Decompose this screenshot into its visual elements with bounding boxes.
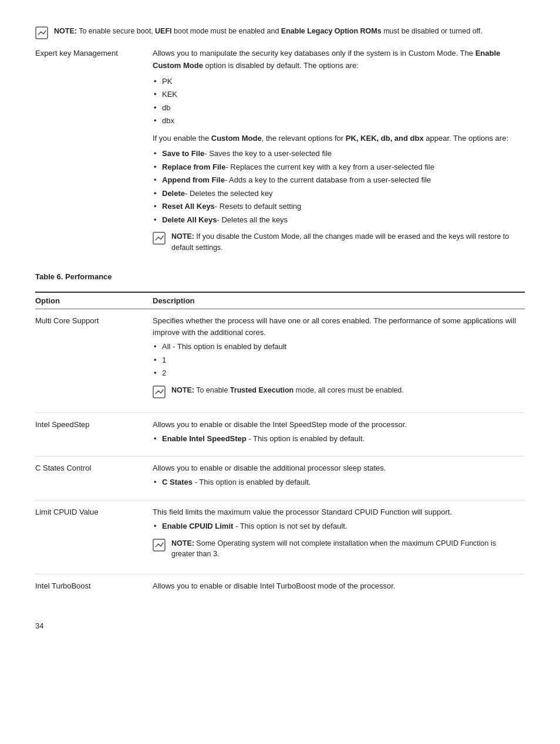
list-item: Append from File- Adds a key to the curr… — [153, 174, 525, 186]
list-item: C States - This option is enabled by def… — [153, 476, 519, 488]
col-description: Description — [153, 293, 525, 309]
expert-key-description: Allows you to manipulate the security ke… — [153, 48, 525, 262]
cpuid-note: NOTE: Some Operating system will not com… — [153, 538, 519, 560]
note-icon — [35, 26, 48, 39]
list-item: Save to File- Saves the key to a user-se… — [153, 148, 525, 160]
table-header-row: Option Description — [35, 293, 525, 309]
option-cell: C States Control — [35, 456, 153, 500]
list-item: Delete All Keys- Deletes all the keys — [153, 214, 525, 226]
list-item: Reset All Keys- Resets to default settin… — [153, 201, 525, 212]
page-content: NOTE: To enable secure boot, UEFI boot m… — [35, 26, 525, 630]
table-row: Limit CPUID Value This field limits the … — [35, 500, 525, 574]
top-note-box: NOTE: To enable secure boot, UEFI boot m… — [35, 26, 525, 39]
performance-table: Option Description Multi Core Support Sp… — [35, 293, 525, 598]
note-icon-2 — [153, 232, 166, 245]
option-cell: Multi Core Support — [35, 309, 153, 412]
cpuid-bullets: Enable CPUID Limit - This option is not … — [153, 520, 519, 532]
speedstep-bullets: Enable Intel SpeedStep - This option is … — [153, 433, 519, 445]
description-cell: Allows you to enable or disable Intel Tu… — [153, 574, 525, 598]
list-item: 2 — [153, 367, 519, 379]
list-item: Enable Intel SpeedStep - This option is … — [153, 433, 519, 445]
expert-key-note-box: NOTE: If you disable the Custom Mode, al… — [153, 231, 525, 253]
expert-key-list1: PK KEK db dbx — [153, 76, 525, 127]
table-row: Intel TurboBoost Allows you to enable or… — [35, 574, 525, 598]
description-cell: Allows you to enable or disable the Inte… — [153, 412, 525, 456]
table-row: Intel SpeedStep Allows you to enable or … — [35, 412, 525, 456]
list-item: 1 — [153, 354, 519, 366]
list-item: Replace from File- Replaces the current … — [153, 161, 525, 173]
table-row: C States Control Allows you to enable or… — [35, 456, 525, 500]
option-cell: Limit CPUID Value — [35, 500, 153, 574]
table-row: Multi Core Support Specifies whether the… — [35, 309, 525, 412]
note-icon-4 — [153, 539, 166, 552]
list-item: All - This option is enabled by default — [153, 341, 519, 353]
expert-key-list2: Save to File- Saves the key to a user-se… — [153, 148, 525, 225]
option-cell: Intel SpeedStep — [35, 412, 153, 456]
cstates-bullets: C States - This option is enabled by def… — [153, 476, 519, 488]
description-cell: Allows you to enable or disable the addi… — [153, 456, 525, 500]
list-item: KEK — [153, 89, 525, 100]
top-note-text: NOTE: To enable secure boot, UEFI boot m… — [54, 26, 483, 37]
expert-key-label: Expert key Management — [35, 48, 153, 262]
list-item: dbx — [153, 115, 525, 127]
multi-core-note-text: NOTE: To enable Trusted Execution mode, … — [171, 385, 404, 396]
description-cell: This field limits the maximum value the … — [153, 500, 525, 574]
expert-key-section: Expert key Management Allows you to mani… — [35, 48, 525, 262]
multi-core-bullets: All - This option is enabled by default … — [153, 341, 519, 379]
list-item: Delete- Deletes the selected key — [153, 188, 525, 199]
expert-key-note-text: NOTE: If you disable the Custom Mode, al… — [171, 231, 525, 253]
list-item: db — [153, 102, 525, 114]
cpuid-note-text: NOTE: Some Operating system will not com… — [171, 538, 519, 560]
page-number: 34 — [35, 621, 525, 630]
list-item: PK — [153, 76, 525, 87]
note-icon-3 — [153, 385, 166, 398]
table-title: Table 6. Performance — [35, 272, 525, 281]
description-cell: Specifies whether the process will have … — [153, 309, 525, 412]
col-option: Option — [35, 293, 153, 309]
option-cell: Intel TurboBoost — [35, 574, 153, 598]
list-item: Enable CPUID Limit - This option is not … — [153, 520, 519, 532]
multi-core-note: NOTE: To enable Trusted Execution mode, … — [153, 385, 519, 398]
